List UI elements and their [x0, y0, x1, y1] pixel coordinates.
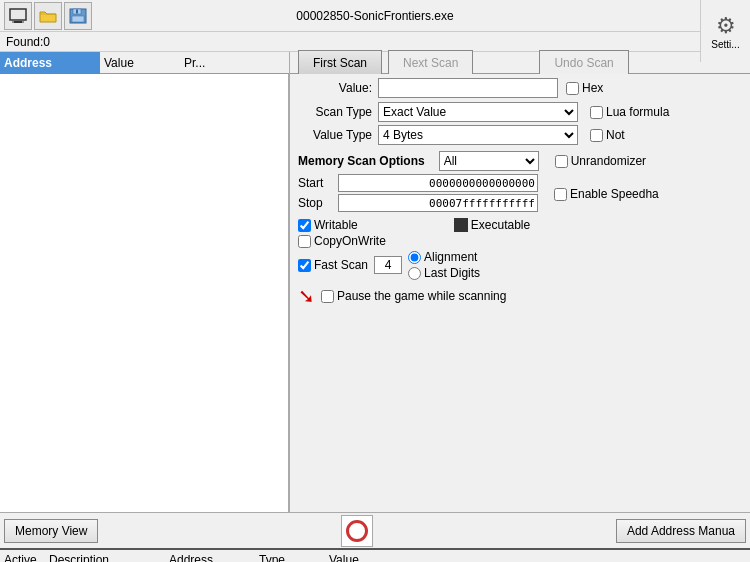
last-digits-text: Last Digits [424, 266, 480, 280]
type-col-header: Type [255, 553, 325, 563]
hex-checkbox[interactable] [566, 82, 579, 95]
fast-scan-value-input[interactable] [374, 256, 402, 274]
svg-rect-5 [72, 16, 84, 22]
not-label: Not [590, 128, 625, 142]
cancel-button[interactable] [341, 515, 373, 547]
writable-text: Writable [314, 218, 358, 232]
not-checkbox[interactable] [590, 129, 603, 142]
start-stop-section: Start Stop Enable Speedha [298, 174, 742, 214]
bottom-bar: Memory View Add Address Manua [0, 512, 750, 548]
enable-speedha-label: Enable Speedha [554, 187, 659, 201]
pause-checkbox[interactable] [321, 290, 334, 303]
lua-formula-text: Lua formula [606, 105, 669, 119]
fast-scan-label: Fast Scan [298, 258, 368, 272]
enable-speedha-text: Enable Speedha [570, 187, 659, 201]
pause-row: ➘ Pause the game while scanning [298, 284, 742, 308]
last-digits-radio[interactable] [408, 267, 421, 280]
scan-type-label: Scan Type [298, 105, 378, 119]
start-row: Start [298, 174, 538, 192]
memory-scan-label: Memory Scan Options [298, 154, 431, 168]
scan-type-row: Scan Type Exact Value Lua formula [298, 102, 742, 122]
value-col-header-addr: Value [325, 553, 385, 563]
hex-checkbox-label: Hex [566, 81, 603, 95]
alignment-radio[interactable] [408, 251, 421, 264]
executable-text: Executable [471, 218, 530, 232]
previous-col-header: Pr... [180, 52, 289, 74]
alignment-radio-label: Alignment [408, 250, 480, 264]
arrow-icon: ➘ [298, 284, 315, 308]
save-icon[interactable] [64, 2, 92, 30]
executable-label: Executable [454, 218, 530, 232]
description-col-header: Description [45, 553, 165, 563]
scan-type-select[interactable]: Exact Value [378, 102, 578, 122]
copy-on-write-text: CopyOnWrite [314, 234, 386, 248]
lua-formula-checkbox[interactable] [590, 106, 603, 119]
gear-icon: ⚙ [716, 13, 736, 39]
start-input[interactable] [338, 174, 538, 192]
value-col-header: Value [100, 52, 180, 74]
unrandomizer-checkbox[interactable] [555, 155, 568, 168]
alignment-text: Alignment [424, 250, 477, 264]
active-col-header: Active [0, 553, 45, 563]
stop-input[interactable] [338, 194, 538, 212]
title-bar: 00002850-SonicFrontiers.exe ⚙ Setti... [0, 0, 750, 32]
first-scan-button[interactable]: First Scan [298, 50, 382, 76]
memory-view-button[interactable]: Memory View [4, 519, 98, 543]
right-panel: Value: Hex Scan Type Exact Value Lua for… [290, 74, 750, 512]
writable-checkbox[interactable] [298, 219, 311, 232]
settings-label: Setti... [711, 39, 739, 50]
value-type-row: Value Type 4 Bytes Not [298, 125, 742, 145]
main-layout: Value: Hex Scan Type Exact Value Lua for… [0, 74, 750, 512]
found-count: Found:0 [6, 35, 50, 49]
enable-speedha-checkbox[interactable] [554, 188, 567, 201]
executable-checkbox[interactable] [454, 218, 468, 232]
column-headers: Address Value Pr... First Scan Next Scan… [0, 52, 750, 74]
stop-row: Stop [298, 194, 538, 212]
left-panel [0, 74, 290, 512]
enable-speedha-section: Enable Speedha [546, 174, 659, 214]
alignment-digits-group: Alignment Last Digits [408, 250, 480, 280]
last-digits-radio-label: Last Digits [408, 266, 480, 280]
not-text: Not [606, 128, 625, 142]
toolbar-icons [4, 2, 92, 30]
scan-buttons-row: First Scan Next Scan Undo Scan [290, 50, 750, 76]
add-address-button[interactable]: Add Address Manua [616, 519, 746, 543]
stop-label: Stop [298, 196, 338, 210]
memory-options-row: Memory Scan Options All Unrandomizer [298, 151, 742, 171]
value-section: Value: Hex [298, 78, 742, 98]
start-stop-inputs: Start Stop [298, 174, 538, 214]
monitor-icon[interactable] [4, 2, 32, 30]
value-label: Value: [298, 81, 378, 95]
cancel-button-wrapper [98, 515, 615, 547]
svg-rect-0 [10, 9, 26, 20]
fast-scan-checkbox[interactable] [298, 259, 311, 272]
hex-label: Hex [582, 81, 603, 95]
folder-icon[interactable] [34, 2, 62, 30]
pause-text: Pause the game while scanning [337, 289, 506, 303]
value-type-select[interactable]: 4 Bytes [378, 125, 578, 145]
address-list: Active Description Address Type Value ✕ … [0, 548, 750, 562]
start-label: Start [298, 176, 338, 190]
cancel-circle-icon [346, 520, 368, 542]
pause-label: Pause the game while scanning [321, 289, 506, 303]
lua-formula-label: Lua formula [590, 105, 669, 119]
address-col-header: Address [165, 553, 255, 563]
unrandomizer-label: Unrandomizer [555, 154, 646, 168]
value-type-label: Value Type [298, 128, 378, 142]
settings-button[interactable]: ⚙ Setti... [700, 0, 750, 62]
address-list-headers: Active Description Address Type Value [0, 550, 750, 562]
next-scan-button[interactable]: Next Scan [388, 50, 473, 76]
fast-scan-text: Fast Scan [314, 258, 368, 272]
copy-on-write-label: CopyOnWrite [298, 234, 386, 248]
fast-scan-row: Fast Scan Alignment Last Digits [298, 250, 742, 280]
unrandomizer-text: Unrandomizer [571, 154, 646, 168]
memory-scan-section: Memory Scan Options All Unrandomizer Sta… [298, 151, 742, 308]
memory-all-select[interactable]: All [439, 151, 539, 171]
copy-on-write-checkbox[interactable] [298, 235, 311, 248]
undo-scan-button[interactable]: Undo Scan [539, 50, 628, 76]
writable-executable-row: Writable Executable [298, 218, 742, 232]
value-input[interactable] [378, 78, 558, 98]
copy-on-write-row: CopyOnWrite [298, 234, 742, 248]
writable-label: Writable [298, 218, 358, 232]
address-results-area [0, 74, 289, 512]
